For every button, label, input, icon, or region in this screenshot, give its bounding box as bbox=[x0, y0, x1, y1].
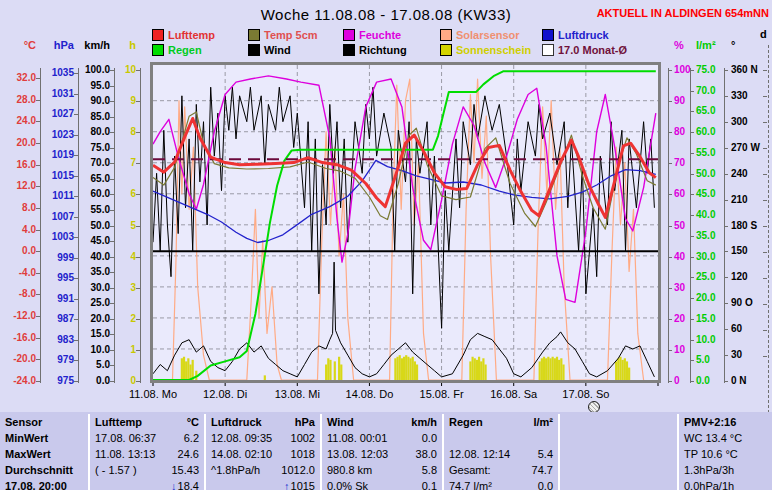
axis-tick bbox=[690, 340, 694, 341]
sunshine-bar bbox=[414, 361, 416, 380]
x-axis-label: 15.08. Fr bbox=[402, 388, 482, 400]
axis-tick-label: 25.0 bbox=[74, 298, 110, 308]
axis-tick-label: 0 bbox=[120, 376, 136, 386]
axis-tick bbox=[36, 230, 40, 231]
table-pmv-cell: 0.0hPa/1h bbox=[677, 478, 772, 490]
axis-tick bbox=[74, 155, 78, 156]
table-cell bbox=[558, 430, 677, 446]
axis-tick bbox=[110, 101, 114, 102]
table-pmv-cell: 1.3hPa/3h bbox=[677, 462, 772, 478]
table-cell: ↓18.4 bbox=[88, 478, 204, 490]
table-column-header: Lufttemp°C bbox=[88, 414, 204, 430]
trend-arrow-icon: ↑ bbox=[284, 480, 290, 490]
axis-tick-label: 5.0 bbox=[74, 360, 110, 370]
x-axis-label: 12.08. Di bbox=[185, 388, 265, 400]
sunshine-bar bbox=[545, 358, 547, 380]
axis-tick bbox=[136, 288, 140, 289]
axis-tick bbox=[110, 334, 114, 335]
axis-tick-label: 85.0 bbox=[74, 112, 110, 122]
axis-h-line bbox=[140, 68, 141, 383]
axis-tick-label: 32.0 bbox=[2, 73, 36, 83]
axis-tick bbox=[724, 174, 728, 175]
sunshine-bar bbox=[474, 358, 476, 380]
sunshine-bar bbox=[329, 360, 331, 380]
axis-tick bbox=[36, 381, 40, 382]
axis-tick bbox=[36, 186, 40, 187]
axis-tick bbox=[668, 194, 672, 195]
axis-tick bbox=[668, 319, 672, 320]
axis-tick bbox=[136, 132, 140, 133]
sunshine-bar bbox=[340, 364, 342, 380]
sunshine-bar bbox=[560, 358, 562, 380]
sunshine-bar bbox=[394, 358, 396, 380]
axis-tick bbox=[724, 70, 728, 71]
axis-tick bbox=[690, 277, 694, 278]
table-cell: 17.08. 06:376.2 bbox=[88, 430, 204, 446]
table-row-label: Sensor bbox=[0, 414, 88, 430]
axis-kmh-unit-label: km/h bbox=[74, 39, 110, 51]
sunshine-bar bbox=[325, 364, 327, 380]
table-cell: 12.08. 12:145.4 bbox=[442, 446, 558, 462]
axis-tick-label: 90.0 bbox=[74, 96, 110, 106]
axis-tick bbox=[36, 100, 40, 101]
sunshine-bar bbox=[617, 358, 619, 380]
sunshine-bar bbox=[187, 358, 189, 380]
table-row-label: MaxWert bbox=[0, 446, 88, 462]
legend-label: Wind bbox=[264, 44, 291, 56]
legend-label: Lufttemp bbox=[168, 29, 215, 41]
axis-tick bbox=[110, 226, 114, 227]
axis-tick-label: 24.0 bbox=[2, 116, 36, 126]
axis-tick bbox=[724, 96, 728, 97]
axis-h-unit-label: h bbox=[120, 39, 136, 51]
axis-tick bbox=[690, 257, 694, 258]
axis-tick bbox=[110, 381, 114, 382]
axis-tick-label: 75.0 bbox=[74, 143, 110, 153]
axis-tick bbox=[690, 153, 694, 154]
axis-tick-label: 35.0 bbox=[74, 267, 110, 277]
table-row-label: Durchschnitt bbox=[0, 462, 88, 478]
weather-app-window: Woche 11.08.08 - 17.08.08 (KW33) AKTUELL… bbox=[0, 0, 772, 490]
table-cell: 0.0% Sk0.1 bbox=[320, 478, 442, 490]
axis-tick-label: 1011 bbox=[42, 191, 74, 201]
axis-tick bbox=[690, 236, 694, 237]
axis-d-tick bbox=[763, 96, 767, 97]
axis-tick-label: 983 bbox=[42, 335, 74, 345]
axis-tick-label: 1 bbox=[120, 345, 136, 355]
axis-tick-label: 12.0 bbox=[2, 181, 36, 191]
axis-tick-label: 1031 bbox=[42, 89, 74, 99]
axis-tick-label: 979 bbox=[42, 355, 74, 365]
table-cell: 11.08. 13:1324.6 bbox=[88, 446, 204, 462]
trend-arrow-icon: ↓ bbox=[171, 480, 177, 490]
axis-tick bbox=[668, 163, 672, 164]
axis-tick-label: 60.0 bbox=[74, 189, 110, 199]
x-axis-label: 11.08. Mo bbox=[113, 388, 193, 400]
legend-item-lufttemp: Lufttemp bbox=[152, 29, 248, 41]
axis-tick bbox=[690, 215, 694, 216]
axis-tick bbox=[110, 163, 114, 164]
axis-tick-label: 45.0 bbox=[74, 236, 110, 246]
legend-item-monat: 17.0 Monat-Ø bbox=[542, 44, 662, 56]
sunshine-bar bbox=[327, 358, 329, 380]
axis-tick-label: 7 bbox=[120, 158, 136, 168]
axis-tick-label: 40.0 bbox=[74, 252, 110, 262]
axis-tick-label: 80.0 bbox=[74, 127, 110, 137]
axis-tick bbox=[36, 294, 40, 295]
axis-tick-label: 1015 bbox=[42, 171, 74, 181]
axis-tick bbox=[690, 111, 694, 112]
axis-tick bbox=[110, 288, 114, 289]
table-row-label: 17.08. 20:00 bbox=[0, 478, 88, 490]
x-axis-label: 13.08. Mi bbox=[257, 388, 337, 400]
table-pmv-cell: TP 10.6 °C bbox=[677, 446, 772, 462]
axis-deg-unit-label: ° bbox=[731, 39, 771, 51]
sunshine-bar bbox=[615, 361, 617, 380]
axis-tick bbox=[36, 251, 40, 252]
legend: LufttempTemp 5cmFeuchteSolarsensorLuftdr… bbox=[152, 29, 668, 56]
axis-tick bbox=[724, 148, 728, 149]
sunshine-bar bbox=[183, 357, 185, 380]
sunshine-bar bbox=[181, 358, 183, 380]
axis-tick-label: -24.0 bbox=[2, 376, 36, 386]
axis-tick-label: 1003 bbox=[42, 232, 74, 242]
sunshine-bar bbox=[552, 357, 554, 380]
axis-tick bbox=[136, 163, 140, 164]
axis-kmh-line bbox=[114, 68, 115, 383]
